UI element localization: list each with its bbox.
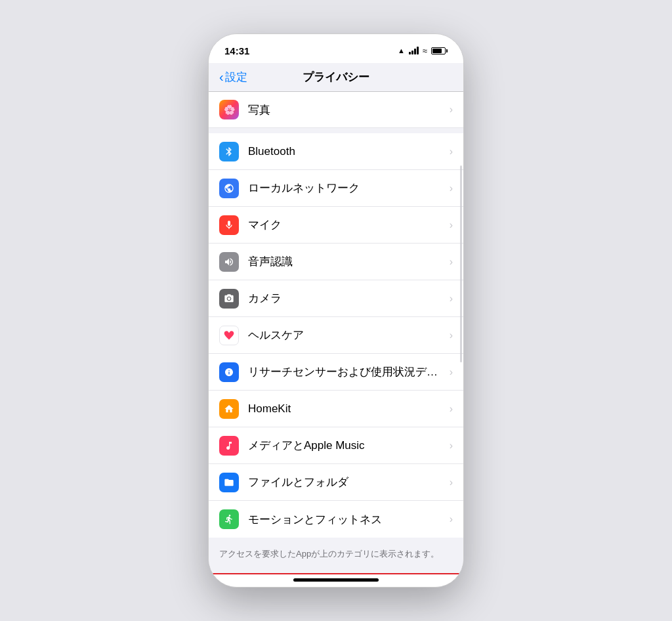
camera-icon — [219, 289, 239, 309]
fitness-chevron-icon: › — [450, 513, 453, 525]
research-chevron-icon: › — [450, 366, 453, 378]
back-button[interactable]: ‹ 設定 — [219, 70, 247, 85]
wifi-icon: ≈ — [423, 46, 427, 56]
location-icon: ▲ — [398, 47, 405, 54]
analytics-chevron-icon: › — [448, 587, 452, 588]
list-item-fitness[interactable]: モーションとフィットネス › — [209, 501, 463, 538]
scroll-indicator — [460, 165, 462, 362]
health-chevron-icon: › — [450, 330, 453, 341]
speech-label: 音声認識 — [248, 254, 450, 269]
camera-chevron-icon: › — [450, 293, 453, 305]
fitness-icon — [219, 509, 239, 529]
page-title: プライバシー — [303, 70, 369, 85]
status-time: 14:31 — [224, 45, 249, 56]
media-label: メディアとApple Music — [248, 438, 450, 453]
analytics-label: 解析および改善 — [220, 586, 448, 588]
files-chevron-icon: › — [450, 477, 453, 488]
list-item-research[interactable]: リサーチセンサーおよび使用状況デ… › — [209, 354, 463, 391]
back-chevron-icon: ‹ — [219, 70, 224, 85]
photos-label: 写真 — [248, 102, 450, 118]
research-icon — [219, 362, 239, 382]
nav-bar: ‹ 設定 プライバシー — [209, 63, 463, 92]
list-item-photos[interactable]: 🌸 写真 › — [209, 92, 463, 128]
local-network-icon — [219, 179, 239, 198]
homekit-icon — [219, 399, 239, 419]
bluetooth-chevron-icon: › — [450, 146, 453, 158]
health-label: ヘルスケア — [248, 328, 450, 343]
signal-bars-icon — [409, 47, 419, 54]
local-network-chevron-icon: › — [450, 182, 453, 194]
camera-label: カメラ — [248, 291, 450, 306]
list-item-local-network[interactable]: ローカルネットワーク › — [209, 170, 463, 207]
status-icons: ▲ ≈ — [398, 46, 448, 56]
back-label: 設定 — [225, 70, 247, 85]
list-item-health[interactable]: ヘルスケア › — [209, 317, 463, 354]
bluetooth-icon — [219, 142, 239, 161]
phone-frame: 14:31 ▲ ≈ ‹ 設定 プライバシー — [208, 33, 464, 588]
list-item-speech[interactable]: 音声認識 › — [209, 244, 463, 280]
list-item-files[interactable]: ファイルとフォルダ › — [209, 464, 463, 501]
speech-chevron-icon: › — [450, 256, 453, 268]
partial-items-group: 🌸 写真 › — [209, 92, 463, 128]
microphone-label: マイク — [248, 217, 450, 232]
list-item-bluetooth[interactable]: Bluetooth › — [209, 133, 463, 170]
battery-icon — [431, 47, 448, 54]
homekit-chevron-icon: › — [450, 403, 453, 415]
content-area: 🌸 写真 › Bluetooth › — [209, 92, 463, 588]
footer-text: アクセスを要求したAppが上のカテゴリに表示されます。 — [219, 549, 439, 559]
media-chevron-icon: › — [450, 440, 453, 452]
photos-chevron-icon: › — [450, 104, 453, 116]
section-footer: アクセスを要求したAppが上のカテゴリに表示されます。 — [209, 543, 463, 570]
list-item-media[interactable]: メディアとApple Music › — [209, 427, 463, 464]
list-item-camera[interactable]: カメラ › — [209, 280, 463, 317]
homekit-label: HomeKit — [248, 402, 450, 416]
speech-icon — [219, 252, 239, 272]
list-item-microphone[interactable]: マイク › — [209, 207, 463, 244]
list-item-homekit[interactable]: HomeKit › — [209, 391, 463, 427]
microphone-chevron-icon: › — [450, 219, 453, 231]
fitness-label: モーションとフィットネス — [248, 512, 450, 527]
media-icon — [219, 436, 239, 456]
local-network-label: ローカルネットワーク — [248, 181, 450, 196]
files-icon — [219, 473, 239, 492]
files-label: ファイルとフォルダ — [248, 475, 450, 490]
photos-icon: 🌸 — [219, 100, 239, 119]
bluetooth-label: Bluetooth — [248, 145, 450, 158]
home-indicator — [293, 578, 379, 582]
research-label: リサーチセンサーおよび使用状況デ… — [248, 364, 450, 379]
photos-icon-char: 🌸 — [224, 104, 235, 115]
microphone-icon — [219, 215, 239, 235]
health-icon — [219, 326, 239, 345]
status-bar: 14:31 ▲ ≈ — [209, 34, 463, 63]
main-list-group: Bluetooth › ローカルネットワーク › — [209, 133, 463, 538]
